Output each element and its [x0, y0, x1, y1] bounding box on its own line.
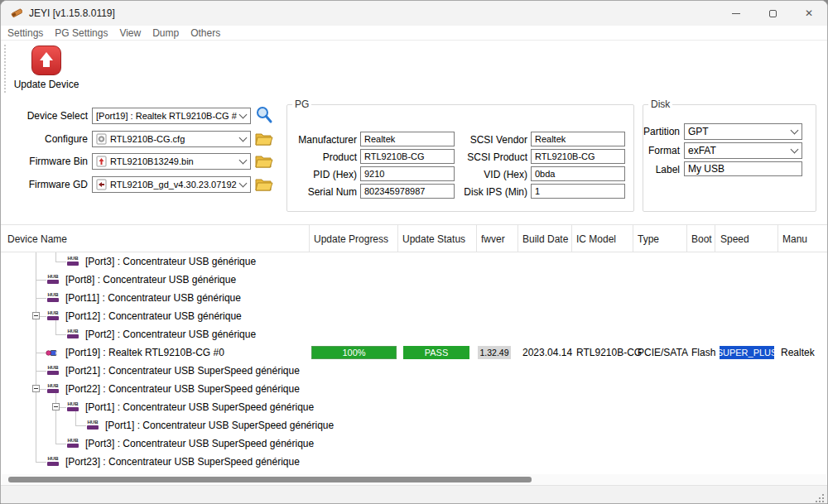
- firmware-bin-browse-button[interactable]: [254, 153, 274, 170]
- vid-hex-field[interactable]: [531, 166, 625, 181]
- column-header-update-progress[interactable]: Update Progress: [314, 225, 388, 253]
- scsi-vendor-field[interactable]: [531, 132, 625, 146]
- scsi-product-field[interactable]: [531, 149, 625, 164]
- column-header-speed[interactable]: Speed: [720, 225, 749, 253]
- column-separator[interactable]: [476, 225, 477, 253]
- tree-row[interactable]: HUB[Port21] : Concentrateur USB SuperSpe…: [1, 362, 827, 380]
- manufacturer-field[interactable]: [360, 132, 455, 146]
- column-header-ic-model[interactable]: IC Model: [576, 225, 616, 253]
- tree-collapse-toggle[interactable]: [32, 385, 40, 392]
- disk-label-field[interactable]: [684, 161, 802, 176]
- column-separator[interactable]: [309, 225, 310, 253]
- firmware-gd-browse-button[interactable]: [254, 176, 274, 193]
- firmware-gd-value: RTL9210B_gd_v4.30.23.071922.bin: [110, 180, 237, 190]
- tree-row-label: [Port3] : Concentrateur USB SuperSpeed g…: [85, 438, 314, 449]
- app-icon: [9, 7, 22, 20]
- usb-hub-icon: HUB: [66, 401, 79, 412]
- device-select-combo[interactable]: [Port19] : Realtek RTL9210B-CG #0: [92, 108, 251, 124]
- column-separator[interactable]: [715, 225, 715, 253]
- device-search-button[interactable]: [254, 107, 274, 123]
- tree-row[interactable]: HUB[Port12] : Concentrateur USB génériqu…: [1, 307, 827, 325]
- column-separator[interactable]: [686, 225, 687, 253]
- column-separator[interactable]: [518, 225, 518, 253]
- vid-hex-label: VID (Hex): [458, 169, 527, 180]
- maximize-icon: [769, 10, 777, 17]
- resize-grip-icon[interactable]: [816, 494, 824, 502]
- tree-row[interactable]: HUB[Port22] : Concentrateur USB SuperSpe…: [1, 380, 827, 398]
- menu-view[interactable]: View: [119, 27, 141, 39]
- app-window: JEYI [v1.15.8.0119] ✕ Settings PG Settin…: [0, 0, 828, 504]
- tree-collapse-toggle[interactable]: [32, 312, 40, 319]
- usb-hub-icon: HUB: [46, 292, 60, 303]
- column-separator[interactable]: [777, 225, 778, 253]
- menu-others[interactable]: Others: [190, 27, 220, 39]
- tree-row[interactable]: HUB[Port8] : Concentrateur USB générique: [1, 271, 827, 289]
- tree-connector-line: [36, 371, 46, 372]
- usb-hub-icon: HUB: [46, 274, 60, 285]
- window-title: JEYI [v1.15.8.0119]: [29, 7, 115, 19]
- device-select-label: Device Select: [9, 110, 88, 122]
- column-header-manu[interactable]: Manu: [782, 225, 807, 253]
- column-header-update-status[interactable]: Update Status: [402, 225, 465, 253]
- close-icon: ✕: [805, 7, 813, 19]
- column-separator[interactable]: [571, 225, 572, 253]
- tree-row-label: [Port1] : Concentrateur USB SuperSpeed g…: [105, 420, 334, 431]
- tree-row-label: [Port8] : Concentrateur USB générique: [65, 274, 236, 286]
- tree-row[interactable]: HUB[Port1] : Concentrateur USB SuperSpee…: [1, 398, 827, 416]
- tree-connector-line: [36, 280, 46, 281]
- tree-row[interactable]: HUB[Port2] : Concentrateur USB générique: [1, 325, 827, 343]
- tree-row[interactable]: HUB[Port3] : Concentrateur USB SuperSpee…: [1, 434, 827, 453]
- configure-combo[interactable]: RTL9210B-CG.cfg: [92, 131, 251, 147]
- tree-row[interactable]: HUB[Port1] : Concentrateur USB SuperSpee…: [1, 416, 827, 434]
- maximize-button[interactable]: [754, 1, 791, 26]
- pid-hex-field[interactable]: [360, 166, 455, 181]
- chevron-down-icon: [239, 111, 248, 119]
- partition-combo[interactable]: GPT: [684, 123, 802, 140]
- tree-row-label: [Port19] : Realtek RTL9210B-CG #0: [65, 347, 224, 358]
- tree-row[interactable]: HUB[Port11] : Concentrateur USB génériqu…: [1, 289, 827, 307]
- format-combo[interactable]: exFAT: [684, 142, 802, 159]
- fwver-value: 1.32.49: [478, 346, 511, 359]
- column-header-fwver[interactable]: fwver: [481, 225, 505, 253]
- column-header-build-date[interactable]: Build Date: [522, 225, 568, 253]
- usb-hub-icon: HUB: [66, 256, 79, 266]
- menu-settings[interactable]: Settings: [7, 27, 43, 39]
- gd-file-icon: [96, 179, 107, 190]
- firmware-bin-combo[interactable]: RTL9210B13249.bin: [92, 153, 251, 170]
- chevron-down-icon: [791, 146, 799, 154]
- scrollbar-thumb[interactable]: [8, 477, 532, 482]
- product-field[interactable]: [360, 149, 455, 164]
- menu-dump[interactable]: Dump: [152, 27, 179, 39]
- tree-row[interactable]: HUB[Port23] : Concentrateur USB SuperSpe…: [1, 453, 827, 471]
- serial-num-field[interactable]: [360, 184, 455, 199]
- menu-pg-settings[interactable]: PG Settings: [55, 27, 108, 39]
- window-controls: ✕: [718, 1, 827, 26]
- boot-value: Flash: [691, 347, 715, 358]
- type-value: PCIE/SATA: [638, 347, 688, 358]
- update-device-label: Update Device: [11, 79, 82, 90]
- configure-browse-button[interactable]: [254, 131, 274, 147]
- tree-row[interactable]: [Port19] : Realtek RTL9210B-CG #0100%PAS…: [1, 343, 827, 362]
- column-separator[interactable]: [633, 225, 633, 253]
- tree-collapse-toggle[interactable]: [52, 403, 60, 410]
- column-header-boot[interactable]: Boot: [691, 225, 712, 253]
- usb-hub-icon: HUB: [66, 438, 79, 449]
- chevron-down-icon: [239, 180, 248, 188]
- tree-row-label: [Port12] : Concentrateur USB générique: [65, 310, 242, 322]
- disk-ips-field[interactable]: [531, 184, 625, 199]
- column-header-type[interactable]: Type: [638, 225, 659, 253]
- firmware-gd-combo[interactable]: RTL9210B_gd_v4.30.23.071922.bin: [92, 176, 251, 193]
- serial-num-label: Serial Num: [289, 186, 357, 198]
- minimize-button[interactable]: [718, 1, 754, 26]
- close-button[interactable]: ✕: [791, 1, 827, 26]
- disk-ips-label: Disk IPS (Min): [458, 186, 527, 198]
- update-progress-bar: 100%: [311, 346, 397, 359]
- horizontal-scrollbar[interactable]: [2, 474, 826, 485]
- update-device-button[interactable]: Update Device: [11, 44, 82, 95]
- tree-row[interactable]: HUB[Port3] : Concentrateur USB générique: [1, 252, 827, 271]
- partition-label: Partition: [638, 126, 680, 137]
- column-separator[interactable]: [397, 225, 398, 253]
- ic-model-value: RTL9210B-CG: [576, 347, 642, 358]
- usb-hub-icon: HUB: [46, 383, 60, 394]
- column-header-device-name[interactable]: Device Name: [7, 225, 67, 253]
